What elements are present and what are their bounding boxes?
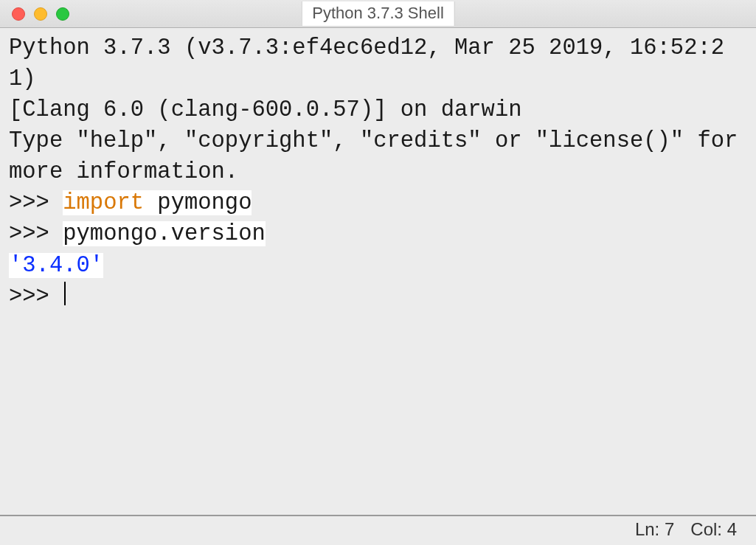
keyword-import: import: [63, 190, 144, 215]
close-icon[interactable]: [12, 7, 25, 21]
status-col: Col: 4: [690, 519, 737, 540]
prompt: >>>: [9, 190, 63, 215]
banner-line2: [Clang 6.0 (clang-600.0.57)] on darwin: [9, 97, 522, 122]
shell-output[interactable]: Python 3.7.3 (v3.7.3:ef4ec6ed12, Mar 25 …: [0, 28, 756, 515]
output-string: '3.4.0': [9, 253, 103, 278]
traffic-lights: [12, 7, 69, 21]
banner-line3: Type "help", "copyright", "credits" or "…: [9, 128, 752, 184]
statusbar: Ln: 7 Col: 4: [0, 515, 756, 543]
window-title: Python 3.7.3 Shell: [312, 4, 444, 22]
cursor-icon: [64, 282, 66, 305]
window-title-wrap: Python 3.7.3 Shell: [301, 1, 455, 26]
cmd1-rest: pymongo: [144, 190, 252, 215]
prompt: >>>: [9, 284, 63, 309]
status-line: Ln: 7: [635, 519, 674, 540]
cmd2: pymongo.version: [63, 221, 266, 246]
titlebar: Python 3.7.3 Shell: [0, 0, 756, 28]
prompt: >>>: [9, 221, 63, 246]
banner-line1: Python 3.7.3 (v3.7.3:ef4ec6ed12, Mar 25 …: [9, 35, 724, 91]
minimize-icon[interactable]: [34, 7, 47, 21]
maximize-icon[interactable]: [56, 7, 69, 21]
